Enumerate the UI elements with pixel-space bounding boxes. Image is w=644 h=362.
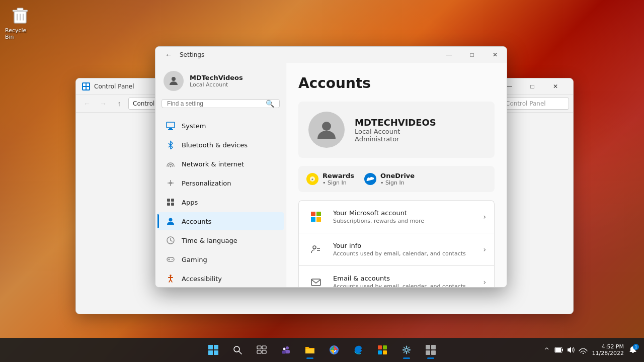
svg-rect-73 — [555, 348, 561, 352]
email-accounts-title: Email & accounts — [333, 275, 475, 282]
sidebar-item-label-network: Network & internet — [182, 160, 244, 168]
sidebar-item-accessibility[interactable]: Accessibility — [157, 269, 284, 287]
settings-close-button[interactable]: ✕ — [484, 47, 507, 63]
cp-up-button[interactable]: ↑ — [112, 97, 126, 111]
sidebar-item-label-bluetooth: Bluetooth & devices — [182, 141, 248, 149]
svg-rect-18 — [167, 199, 170, 202]
your-info-item[interactable]: Your info Accounts used by email, calend… — [298, 233, 495, 265]
recycle-bin[interactable]: Recycle Bin — [5, 5, 35, 40]
your-info-text: Your info Accounts used by email, calend… — [333, 242, 475, 257]
notification-button[interactable]: 1 — [628, 345, 638, 355]
email-accounts-item[interactable]: Email & accounts Accounts used by email,… — [298, 265, 495, 287]
gaming-icon — [166, 254, 176, 264]
battery-icon[interactable] — [554, 345, 564, 355]
svg-rect-19 — [171, 199, 174, 202]
sidebar-item-system[interactable]: System — [157, 117, 284, 135]
rewards-service[interactable]: ★ Rewards Sign In — [306, 172, 354, 186]
network-tray-icon[interactable] — [578, 345, 588, 355]
taskbar-search-button[interactable] — [226, 339, 249, 361]
sidebar-item-bluetooth[interactable]: Bluetooth & devices — [157, 136, 284, 154]
cp-forward-button[interactable]: → — [96, 97, 110, 111]
tray-expand-icon[interactable]: ^ — [542, 345, 552, 355]
onedrive-info: OneDrive Sign In — [380, 172, 415, 186]
sidebar-search[interactable]: 🔍 — [162, 99, 280, 108]
taskbar-time[interactable]: 4:52 PM 11/28/2022 — [592, 343, 624, 356]
search-input[interactable] — [167, 100, 262, 107]
settings-back-button[interactable]: ← — [162, 48, 176, 62]
page-title: Accounts — [298, 75, 495, 92]
account-role: Administrator — [355, 135, 436, 143]
sidebar-item-gaming[interactable]: Gaming — [157, 250, 284, 268]
sidebar-user-name: MDTechVideos — [190, 74, 278, 81]
sidebar-item-network[interactable]: Network & internet — [157, 155, 284, 173]
account-name: MDTECHVIDEOS — [355, 117, 436, 128]
email-accounts-subtitle: Accounts used by email, calendar, and co… — [333, 283, 475, 287]
recycle-bin-label: Recycle Bin — [5, 27, 35, 40]
sidebar-item-label-personalization: Personalization — [182, 179, 231, 187]
svg-rect-53 — [262, 346, 266, 349]
sys-tray: ^ — [542, 345, 588, 355]
svg-rect-59 — [282, 351, 286, 354]
settings-minimize-button[interactable]: — — [437, 47, 460, 63]
svg-rect-66 — [383, 350, 387, 354]
svg-rect-47 — [214, 345, 218, 349]
cp-close-button[interactable]: ✕ — [544, 78, 567, 95]
svg-point-58 — [283, 348, 286, 350]
sidebar-item-time[interactable]: Time & language — [157, 231, 284, 249]
taskbar-center — [202, 339, 442, 361]
svg-point-76 — [582, 353, 583, 354]
rewards-name: Rewards — [323, 172, 354, 179]
sidebar-item-personalization[interactable]: Personalization — [157, 174, 284, 192]
store-button[interactable] — [371, 339, 393, 361]
svg-rect-55 — [262, 350, 266, 353]
email-accounts-icon — [307, 273, 325, 287]
svg-rect-36 — [311, 212, 315, 216]
svg-rect-2 — [17, 8, 23, 11]
settings-maximize-button[interactable]: □ — [460, 47, 484, 63]
volume-icon[interactable] — [566, 345, 576, 355]
sidebar-item-label-apps: Apps — [182, 199, 198, 206]
teams-button[interactable] — [275, 339, 297, 361]
file-explorer-button[interactable] — [299, 339, 321, 361]
search-icon: 🔍 — [266, 100, 274, 108]
time-icon — [166, 235, 176, 245]
svg-rect-69 — [431, 345, 436, 349]
svg-rect-48 — [208, 350, 213, 355]
svg-point-67 — [405, 348, 408, 351]
your-info-subtitle: Accounts used by email, calendar, and co… — [333, 250, 475, 257]
taskview-button[interactable] — [251, 339, 273, 361]
microsoft-account-title: Your Microsoft account — [333, 209, 475, 217]
svg-rect-71 — [431, 350, 436, 355]
edge-button[interactable] — [347, 339, 369, 361]
personalization-icon — [166, 178, 176, 188]
svg-rect-54 — [257, 350, 261, 353]
network-icon — [166, 159, 176, 169]
svg-rect-70 — [426, 350, 430, 355]
sidebar-item-apps[interactable]: Apps — [157, 193, 284, 211]
account-header: MDTECHVIDEOS Local Account Administrator — [298, 102, 495, 158]
svg-rect-37 — [316, 212, 321, 216]
svg-rect-46 — [208, 345, 213, 349]
cp-back-button[interactable]: ← — [80, 97, 94, 111]
rewards-action: Sign In — [323, 179, 354, 186]
svg-line-31 — [169, 280, 171, 282]
account-type: Local Account — [355, 128, 436, 135]
cp-window-controls: — □ ✕ — [498, 78, 567, 95]
main-content: Accounts MDTECHVIDEOS Local Account Admi… — [286, 63, 507, 287]
sidebar-item-label-accessibility: Accessibility — [182, 275, 222, 283]
cp-maximize-button[interactable]: □ — [521, 78, 544, 95]
svg-rect-52 — [257, 346, 261, 349]
start-button[interactable] — [202, 339, 224, 361]
sidebar-item-label-accounts: Accounts — [182, 218, 211, 225]
sidebar-item-accounts[interactable]: Accounts — [157, 212, 284, 230]
sidebar-user-profile[interactable]: MDTechVideos Local Account — [155, 63, 286, 97]
svg-rect-9 — [87, 87, 89, 89]
your-info-chevron: › — [483, 245, 486, 253]
microsoft-account-item[interactable]: Your Microsoft account Subscriptions, re… — [298, 200, 495, 233]
onedrive-service[interactable]: OneDrive Sign In — [364, 172, 415, 186]
control-panel-taskbar-button[interactable] — [420, 339, 442, 361]
svg-point-27 — [172, 259, 173, 260]
settings-taskbar-button[interactable] — [395, 339, 418, 361]
svg-line-32 — [171, 280, 172, 282]
chrome-button[interactable] — [323, 339, 345, 361]
